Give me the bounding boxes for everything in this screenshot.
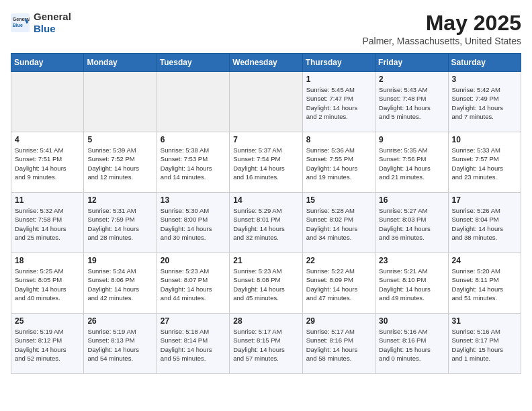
day-number: 16 xyxy=(379,195,444,205)
calendar-cell: 18Sunrise: 5:25 AM Sunset: 8:05 PM Dayli… xyxy=(11,253,84,314)
calendar-cell: 29Sunrise: 5:17 AM Sunset: 8:16 PM Dayli… xyxy=(302,314,375,374)
cell-content: Sunrise: 5:21 AM Sunset: 8:10 PM Dayligh… xyxy=(379,267,444,302)
calendar-cell: 17Sunrise: 5:26 AM Sunset: 8:04 PM Dayli… xyxy=(448,193,521,253)
day-number: 20 xyxy=(161,256,226,265)
cell-content: Sunrise: 5:25 AM Sunset: 8:05 PM Dayligh… xyxy=(15,267,80,302)
calendar-cell: 8Sunrise: 5:36 AM Sunset: 7:55 PM Daylig… xyxy=(302,132,375,193)
calendar-cell xyxy=(157,72,229,132)
location-text: Palmer, Massachusetts, United States xyxy=(362,36,521,46)
calendar-cell: 15Sunrise: 5:28 AM Sunset: 8:02 PM Dayli… xyxy=(302,193,375,253)
calendar-cell xyxy=(11,72,84,132)
cell-content: Sunrise: 5:16 AM Sunset: 8:17 PM Dayligh… xyxy=(452,327,517,363)
calendar-cell: 10Sunrise: 5:33 AM Sunset: 7:57 PM Dayli… xyxy=(448,132,521,193)
day-number: 9 xyxy=(379,135,444,144)
day-number: 30 xyxy=(379,316,444,326)
weekday-header-tuesday: Tuesday xyxy=(157,54,229,72)
cell-content: Sunrise: 5:38 AM Sunset: 7:53 PM Dayligh… xyxy=(161,146,226,181)
day-number: 19 xyxy=(87,256,152,265)
day-number: 26 xyxy=(87,316,152,326)
cell-content: Sunrise: 5:41 AM Sunset: 7:51 PM Dayligh… xyxy=(15,146,80,181)
cell-content: Sunrise: 5:17 AM Sunset: 8:15 PM Dayligh… xyxy=(233,327,298,363)
weekday-header-thursday: Thursday xyxy=(302,54,375,72)
calendar-cell: 3Sunrise: 5:42 AM Sunset: 7:49 PM Daylig… xyxy=(448,72,521,132)
cell-content: Sunrise: 5:22 AM Sunset: 8:09 PM Dayligh… xyxy=(306,267,371,302)
day-number: 21 xyxy=(233,256,298,265)
day-number: 22 xyxy=(306,256,371,265)
cell-content: Sunrise: 5:43 AM Sunset: 7:48 PM Dayligh… xyxy=(379,85,444,121)
calendar-cell: 12Sunrise: 5:31 AM Sunset: 7:59 PM Dayli… xyxy=(84,193,157,253)
cell-content: Sunrise: 5:19 AM Sunset: 8:13 PM Dayligh… xyxy=(87,327,152,363)
day-number: 5 xyxy=(87,135,152,144)
day-number: 3 xyxy=(452,75,517,84)
calendar-cell: 27Sunrise: 5:18 AM Sunset: 8:14 PM Dayli… xyxy=(157,314,229,374)
calendar-cell: 6Sunrise: 5:38 AM Sunset: 7:53 PM Daylig… xyxy=(157,132,229,193)
calendar-cell: 16Sunrise: 5:27 AM Sunset: 8:03 PM Dayli… xyxy=(375,193,448,253)
day-number: 25 xyxy=(15,316,80,326)
calendar-cell: 23Sunrise: 5:21 AM Sunset: 8:10 PM Dayli… xyxy=(375,253,448,314)
month-title: May 2025 xyxy=(362,11,521,36)
calendar-cell: 22Sunrise: 5:22 AM Sunset: 8:09 PM Dayli… xyxy=(302,253,375,314)
day-number: 7 xyxy=(233,135,298,144)
logo-blue-text: Blue xyxy=(34,23,56,34)
calendar-cell: 13Sunrise: 5:30 AM Sunset: 8:00 PM Dayli… xyxy=(157,193,229,253)
calendar-cell: 30Sunrise: 5:16 AM Sunset: 8:16 PM Dayli… xyxy=(375,314,448,374)
calendar-cell: 2Sunrise: 5:43 AM Sunset: 7:48 PM Daylig… xyxy=(375,72,448,132)
weekday-header-row: SundayMondayTuesdayWednesdayThursdayFrid… xyxy=(11,54,521,72)
calendar-week-4: 18Sunrise: 5:25 AM Sunset: 8:05 PM Dayli… xyxy=(11,253,521,314)
calendar-cell: 26Sunrise: 5:19 AM Sunset: 8:13 PM Dayli… xyxy=(84,314,157,374)
day-number: 8 xyxy=(306,135,371,144)
day-number: 4 xyxy=(15,135,80,144)
day-number: 10 xyxy=(452,135,517,144)
cell-content: Sunrise: 5:42 AM Sunset: 7:49 PM Dayligh… xyxy=(452,85,517,121)
logo: General Blue General Blue xyxy=(11,11,71,35)
cell-content: Sunrise: 5:36 AM Sunset: 7:55 PM Dayligh… xyxy=(306,146,371,181)
day-number: 27 xyxy=(161,316,226,326)
weekday-header-friday: Friday xyxy=(375,54,448,72)
cell-content: Sunrise: 5:18 AM Sunset: 8:14 PM Dayligh… xyxy=(161,327,226,363)
day-number: 23 xyxy=(379,256,444,265)
cell-content: Sunrise: 5:31 AM Sunset: 7:59 PM Dayligh… xyxy=(87,206,152,242)
weekday-header-sunday: Sunday xyxy=(11,54,84,72)
cell-content: Sunrise: 5:33 AM Sunset: 7:57 PM Dayligh… xyxy=(452,146,517,181)
calendar-cell: 4Sunrise: 5:41 AM Sunset: 7:51 PM Daylig… xyxy=(11,132,84,193)
calendar-cell xyxy=(230,72,302,132)
calendar-cell: 31Sunrise: 5:16 AM Sunset: 8:17 PM Dayli… xyxy=(448,314,521,374)
cell-content: Sunrise: 5:29 AM Sunset: 8:01 PM Dayligh… xyxy=(233,206,298,242)
svg-text:Blue: Blue xyxy=(13,23,23,28)
day-number: 17 xyxy=(452,195,517,205)
cell-content: Sunrise: 5:27 AM Sunset: 8:03 PM Dayligh… xyxy=(379,206,444,242)
day-number: 18 xyxy=(15,256,80,265)
calendar-week-5: 25Sunrise: 5:19 AM Sunset: 8:12 PM Dayli… xyxy=(11,314,521,374)
calendar-week-2: 4Sunrise: 5:41 AM Sunset: 7:51 PM Daylig… xyxy=(11,132,521,193)
calendar-cell: 28Sunrise: 5:17 AM Sunset: 8:15 PM Dayli… xyxy=(230,314,302,374)
cell-content: Sunrise: 5:26 AM Sunset: 8:04 PM Dayligh… xyxy=(452,206,517,242)
calendar-week-1: 1Sunrise: 5:45 AM Sunset: 7:47 PM Daylig… xyxy=(11,72,521,132)
calendar-cell: 9Sunrise: 5:35 AM Sunset: 7:56 PM Daylig… xyxy=(375,132,448,193)
weekday-header-saturday: Saturday xyxy=(448,54,521,72)
cell-content: Sunrise: 5:32 AM Sunset: 7:58 PM Dayligh… xyxy=(15,206,80,242)
cell-content: Sunrise: 5:23 AM Sunset: 8:08 PM Dayligh… xyxy=(233,267,298,302)
day-number: 11 xyxy=(15,195,80,205)
cell-content: Sunrise: 5:35 AM Sunset: 7:56 PM Dayligh… xyxy=(379,146,444,181)
day-number: 12 xyxy=(87,195,152,205)
cell-content: Sunrise: 5:30 AM Sunset: 8:00 PM Dayligh… xyxy=(161,206,226,242)
calendar-week-3: 11Sunrise: 5:32 AM Sunset: 7:58 PM Dayli… xyxy=(11,193,521,253)
calendar-cell: 14Sunrise: 5:29 AM Sunset: 8:01 PM Dayli… xyxy=(230,193,302,253)
day-number: 24 xyxy=(452,256,517,265)
cell-content: Sunrise: 5:20 AM Sunset: 8:11 PM Dayligh… xyxy=(452,267,517,302)
logo-general-text: General xyxy=(34,11,71,22)
calendar-cell: 21Sunrise: 5:23 AM Sunset: 8:08 PM Dayli… xyxy=(230,253,302,314)
day-number: 31 xyxy=(452,316,517,326)
cell-content: Sunrise: 5:39 AM Sunset: 7:52 PM Dayligh… xyxy=(87,146,152,181)
day-number: 14 xyxy=(233,195,298,205)
weekday-header-wednesday: Wednesday xyxy=(230,54,302,72)
calendar-cell: 1Sunrise: 5:45 AM Sunset: 7:47 PM Daylig… xyxy=(302,72,375,132)
calendar-cell: 5Sunrise: 5:39 AM Sunset: 7:52 PM Daylig… xyxy=(84,132,157,193)
calendar-cell: 24Sunrise: 5:20 AM Sunset: 8:11 PM Dayli… xyxy=(448,253,521,314)
title-area: May 2025 Palmer, Massachusetts, United S… xyxy=(362,11,521,46)
page-header: General Blue General Blue May 2025 Palme… xyxy=(11,11,521,46)
day-number: 1 xyxy=(306,75,371,84)
day-number: 13 xyxy=(161,195,226,205)
calendar-cell: 7Sunrise: 5:37 AM Sunset: 7:54 PM Daylig… xyxy=(230,132,302,193)
calendar-table: SundayMondayTuesdayWednesdayThursdayFrid… xyxy=(11,53,521,374)
